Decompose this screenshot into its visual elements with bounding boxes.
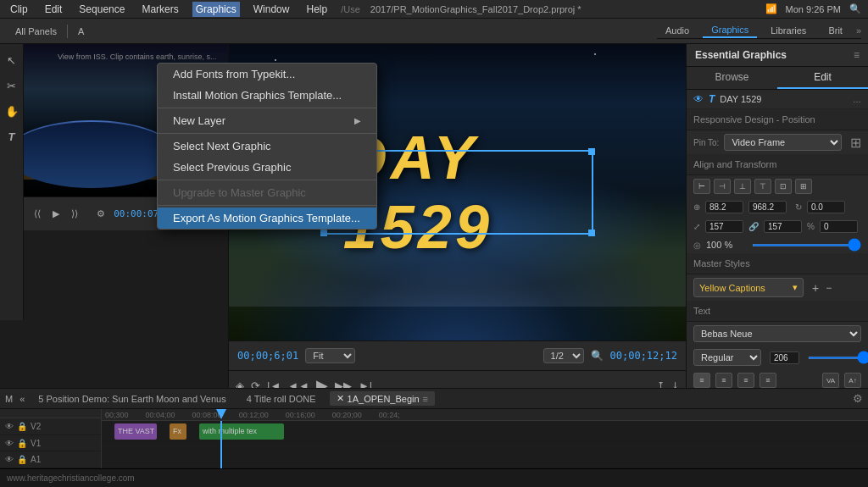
timeline-tab-2[interactable]: 4 Title roll DONE [240,392,323,406]
extract-icon[interactable]: ⤓ [671,380,679,389]
master-styles-header: Master Styles [687,253,868,274]
align-center-btn[interactable]: ⊣ [714,179,731,194]
separator-1 [158,108,376,108]
hand-tool[interactable]: ✋ [3,102,21,120]
text-justify-btn[interactable]: ≡ [760,373,776,388]
more-tabs-icon[interactable]: » [856,25,861,36]
scale-slider[interactable] [752,244,861,246]
workspace-tabs: Audio Graphics Libraries Brit » [657,23,861,39]
y-position-input[interactable] [748,201,787,213]
responsive-icon[interactable]: ⊞ [850,135,861,151]
add-fonts-item[interactable]: Add Fonts from Typekit... [158,64,376,85]
track-v1-lock-icon[interactable]: 🔒 [17,439,27,448]
text-align-center-btn[interactable]: ≡ [715,373,732,388]
export-template-item[interactable]: Export As Motion Graphics Template... [158,208,376,229]
visibility-icon[interactable]: 👁 [693,93,704,105]
pin-to-dropdown[interactable]: Video Frame [724,134,842,151]
graphics-tab[interactable]: Graphics [703,23,757,38]
timeline-m-label[interactable]: M [5,394,13,404]
new-layer-item[interactable]: New Layer ▶ [158,110,376,131]
height-input[interactable] [764,220,802,233]
brit-tab[interactable]: Brit [820,24,851,37]
more-layer-icon[interactable]: … [853,95,861,104]
text-va-btn[interactable]: VA [822,373,839,388]
go-out-icon[interactable]: ►| [359,379,372,389]
settings-icon[interactable]: ⚙ [93,207,108,221]
timeline-settings-icon[interactable]: ⚙ [853,392,863,405]
font-size-slider[interactable] [808,357,868,359]
font-size-input[interactable] [770,351,799,364]
loop-icon[interactable]: ⟳ [251,379,260,389]
text-align-right-btn[interactable]: ≡ [737,373,754,388]
audio-tab[interactable]: Audio [657,24,698,37]
align-bottom-btn[interactable]: ⊞ [795,179,812,194]
menu-window[interactable]: Window [250,2,293,17]
align-right-btn[interactable]: ⊥ [734,179,751,194]
menu-graphics[interactable]: Graphics [192,2,240,17]
play-icon[interactable]: ▶ [49,207,63,221]
menu-help[interactable]: Help [303,2,331,17]
width-input[interactable] [705,220,743,233]
remove-style-icon[interactable]: − [826,282,832,294]
lift-icon[interactable]: ⤒ [657,380,665,389]
selection-tool[interactable]: ↖ [3,51,21,69]
track-a1-eye-icon[interactable]: 👁 [5,455,14,464]
clip-with-multiple[interactable]: with multiple tex [199,423,284,440]
browse-tab[interactable]: Browse [687,67,777,89]
panel-menu-icon[interactable]: ≡ [854,49,860,61]
text-superscript-btn[interactable]: A↑ [844,373,861,388]
rotation-input[interactable] [807,201,845,213]
clip-the-vast[interactable]: THE VAST I [114,423,157,440]
menu-edit[interactable]: Edit [42,2,66,17]
timeline-tab-1[interactable]: 5 Position Demo: Sun Earth Moon and Venu… [31,392,232,406]
playhead[interactable] [220,421,222,468]
track-v1-eye-icon[interactable]: 👁 [5,439,14,448]
menu-markers[interactable]: Markers [138,2,181,17]
rotation-icon: ↻ [795,202,802,212]
timeline-scroll-left[interactable]: « [19,394,25,404]
select-next-item[interactable]: Select Next Graphic [158,136,376,157]
razor-tool[interactable]: ✂ [3,76,21,95]
font-style-dropdown[interactable]: RegularBoldItalic [693,349,761,366]
responsive-design-header: Responsive Design - Position [687,109,868,130]
master-styles-dropdown[interactable]: Yellow Captions ▾ [693,278,804,297]
align-middle-btn[interactable]: ⊡ [775,179,792,194]
type-tool[interactable]: T [3,127,21,146]
zoom-icon[interactable]: 🔍 [591,350,604,362]
opacity-icon: ◎ [693,241,701,250]
align-top-btn[interactable]: ⊤ [754,179,771,194]
add-marker-icon[interactable]: ◈ [236,379,244,389]
clip-with-multiple-label: with multiple tex [203,427,257,435]
menu-clip[interactable]: Clip [7,2,31,17]
add-style-icon[interactable]: + [812,281,819,295]
percent-icon: % [807,222,815,231]
align-left-btn[interactable]: ⊢ [693,179,710,194]
step-back-icon[interactable]: ◄◄ [287,379,309,389]
track-eye-icon[interactable]: 👁 [5,422,14,431]
select-prev-item[interactable]: Select Previous Graphic [158,157,376,178]
text-align-left-btn[interactable]: ≡ [693,373,710,388]
install-template-item[interactable]: Install Motion Graphics Template... [158,85,376,106]
forward-icon[interactable]: ⟩⟩ [68,207,81,221]
menu-sequence[interactable]: Sequence [75,2,128,17]
play-pause-icon[interactable]: ▶ [316,376,328,388]
search-icon[interactable]: 🔍 [849,3,861,14]
tab-a[interactable]: A [70,25,92,38]
v2-track: THE VAST I Fx with multiple tex [102,421,868,442]
back-icon[interactable]: ⟨⟨ [31,207,44,221]
step-fwd-icon[interactable]: ▶▶ [335,379,352,389]
x-position-input[interactable] [705,201,743,213]
clip-fx[interactable]: Fx [170,423,186,440]
fit-dropdown[interactable]: Fit25%50%100% [305,348,355,363]
libraries-tab[interactable]: Libraries [762,24,815,37]
track-a1-lock-icon[interactable]: 🔒 [17,455,27,464]
zoom-dropdown-right[interactable]: 1/21/4Full [543,348,584,363]
opacity-input[interactable] [820,220,858,233]
all-panels-tab[interactable]: All Panels [7,25,65,38]
edit-tab[interactable]: Edit [777,67,868,89]
track-lock-icon[interactable]: 🔒 [17,422,27,431]
font-dropdown[interactable]: Bebas Neue [693,325,861,342]
go-in-icon[interactable]: |◄ [267,379,281,389]
timeline-tab-3[interactable]: ✕ 1A_OPEN_Begin ≡ [330,391,435,406]
project-filename: 2017/PR_MotionGraphics_Fall2017_Drop2.pr… [370,4,581,14]
